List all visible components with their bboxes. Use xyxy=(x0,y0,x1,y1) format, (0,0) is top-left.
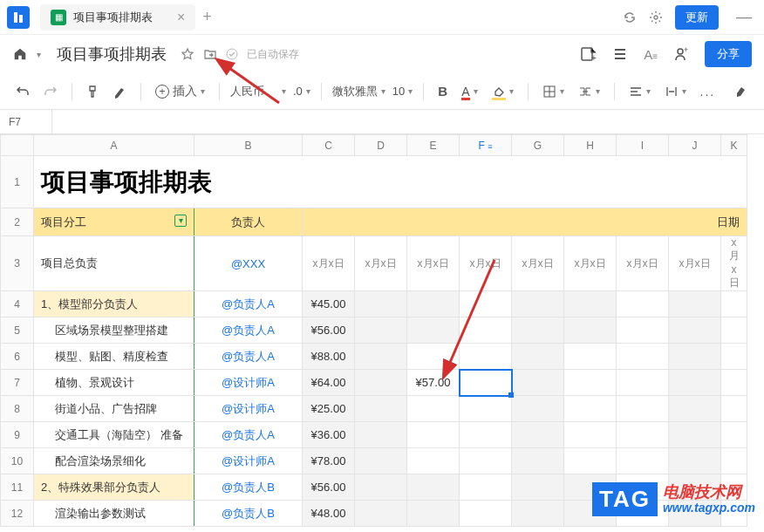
cell[interactable]: @负责人A xyxy=(194,317,303,344)
cell[interactable] xyxy=(407,422,460,448)
row-header[interactable]: 2 xyxy=(1,208,34,236)
cell[interactable]: 项目总负责 xyxy=(34,236,194,291)
cell-reference[interactable]: F7 xyxy=(0,110,52,133)
cell[interactable] xyxy=(460,370,512,396)
sheet-title-cell[interactable]: 项目事项排期表 xyxy=(34,156,747,208)
more-toolbar-button[interactable]: ... xyxy=(697,81,720,102)
cell[interactable] xyxy=(617,370,669,396)
corner-cell[interactable] xyxy=(1,135,34,156)
cell[interactable] xyxy=(564,344,617,370)
cell[interactable]: 交通工具（海陆空） 准备 xyxy=(34,422,194,448)
redo-button[interactable] xyxy=(40,81,61,102)
cell[interactable] xyxy=(617,344,669,370)
row-header[interactable]: 10 xyxy=(1,448,34,474)
font-size-select[interactable]: 10 ▾ xyxy=(392,85,413,98)
header-cell[interactable]: 日期 xyxy=(303,208,747,236)
align-button[interactable]: ▾ xyxy=(625,81,654,102)
minimize-button[interactable]: — xyxy=(731,8,757,26)
cell[interactable]: 2、特殊效果部分负责人 xyxy=(34,474,194,501)
col-header[interactable]: F ≡ xyxy=(460,135,512,156)
cell[interactable] xyxy=(355,317,407,344)
decimal-select[interactable]: .0 ▾ xyxy=(293,85,310,98)
cell[interactable] xyxy=(460,291,512,317)
clear-format-button[interactable] xyxy=(109,81,130,102)
col-header[interactable]: D xyxy=(355,135,407,156)
cell[interactable] xyxy=(564,370,617,396)
cell[interactable]: @负责人A xyxy=(194,291,303,317)
col-header[interactable]: G xyxy=(512,135,564,156)
cell[interactable] xyxy=(564,396,617,422)
cell[interactable] xyxy=(617,291,669,317)
cell[interactable]: 模型、贴图、精度检查 xyxy=(34,344,194,370)
col-header[interactable]: B xyxy=(194,135,303,156)
cell[interactable] xyxy=(617,448,669,474)
cell[interactable]: ¥45.00 xyxy=(303,291,355,317)
cell[interactable] xyxy=(617,422,669,448)
cell[interactable] xyxy=(407,317,460,344)
cell[interactable]: @设计师A xyxy=(194,448,303,474)
insert-button[interactable]: + 插入 ▾ xyxy=(152,80,208,103)
row-header[interactable]: 1 xyxy=(1,156,34,208)
cell[interactable] xyxy=(512,344,564,370)
cell[interactable] xyxy=(460,448,512,474)
row-header[interactable]: 12 xyxy=(1,501,34,527)
cell[interactable]: ¥56.00 xyxy=(303,317,355,344)
header-cell[interactable]: 负责人 xyxy=(194,208,303,236)
bold-button[interactable]: B xyxy=(434,80,451,102)
row-header[interactable]: 5 xyxy=(1,317,34,344)
cell[interactable] xyxy=(355,474,407,501)
cell[interactable]: 配合渲染场景细化 xyxy=(34,448,194,474)
cell[interactable] xyxy=(721,396,747,422)
text-color-button[interactable]: A ▾ xyxy=(458,81,481,102)
home-icon[interactable] xyxy=(12,46,28,62)
row-header[interactable]: 11 xyxy=(1,474,34,501)
text-format-icon[interactable]: A≡ xyxy=(644,47,658,62)
cell[interactable]: @XXX xyxy=(194,236,303,291)
cell[interactable] xyxy=(355,501,407,527)
cell[interactable]: x月x日 xyxy=(460,236,512,291)
update-button[interactable]: 更新 xyxy=(675,5,719,30)
cell[interactable]: 1、模型部分负责人 xyxy=(34,291,194,317)
col-header[interactable]: K xyxy=(721,135,747,156)
cell[interactable] xyxy=(721,344,747,370)
cell[interactable] xyxy=(407,448,460,474)
wrap-button[interactable]: ▾ xyxy=(661,81,690,102)
row-header[interactable]: 3 xyxy=(1,236,34,291)
cell[interactable] xyxy=(355,344,407,370)
cell[interactable]: ¥78.00 xyxy=(303,448,355,474)
cell[interactable] xyxy=(355,396,407,422)
cell[interactable] xyxy=(669,396,721,422)
spreadsheet[interactable]: A B C D E F ≡ G H I J K 1 项目事项排期表2 项目分工▾… xyxy=(0,134,764,527)
settings-icon[interactable] xyxy=(649,10,663,24)
cell[interactable]: 植物、景观设计 xyxy=(34,370,194,396)
cell[interactable] xyxy=(669,291,721,317)
col-header[interactable]: I xyxy=(617,135,669,156)
cell[interactable] xyxy=(355,291,407,317)
cell[interactable] xyxy=(512,291,564,317)
undo-button[interactable] xyxy=(12,81,33,102)
cell[interactable]: ¥48.00 xyxy=(303,501,355,527)
cell[interactable]: @负责人A xyxy=(194,422,303,448)
cell[interactable]: x月x日 xyxy=(617,236,669,291)
cell[interactable]: @负责人B xyxy=(194,474,303,501)
cell[interactable] xyxy=(407,291,460,317)
share-button[interactable]: 分享 xyxy=(705,41,752,67)
cell[interactable]: x月x日 xyxy=(669,236,721,291)
cell[interactable] xyxy=(460,474,512,501)
cell[interactable]: x月x日 xyxy=(512,236,564,291)
cell[interactable] xyxy=(617,317,669,344)
home-dropdown-icon[interactable]: ▾ xyxy=(37,50,41,59)
cell[interactable] xyxy=(617,396,669,422)
cell[interactable] xyxy=(355,370,407,396)
cell[interactable]: x月x日 xyxy=(407,236,460,291)
cell[interactable] xyxy=(512,317,564,344)
cell[interactable] xyxy=(512,422,564,448)
cell[interactable] xyxy=(669,422,721,448)
filter-icon[interactable]: ▾ xyxy=(174,215,187,227)
cell[interactable] xyxy=(721,291,747,317)
cell[interactable] xyxy=(669,448,721,474)
cell[interactable]: 街道小品、广告招牌 xyxy=(34,396,194,422)
move-folder-icon[interactable] xyxy=(203,47,217,61)
toolbar-paint-icon[interactable] xyxy=(731,81,752,102)
cell[interactable]: @设计师A xyxy=(194,396,303,422)
